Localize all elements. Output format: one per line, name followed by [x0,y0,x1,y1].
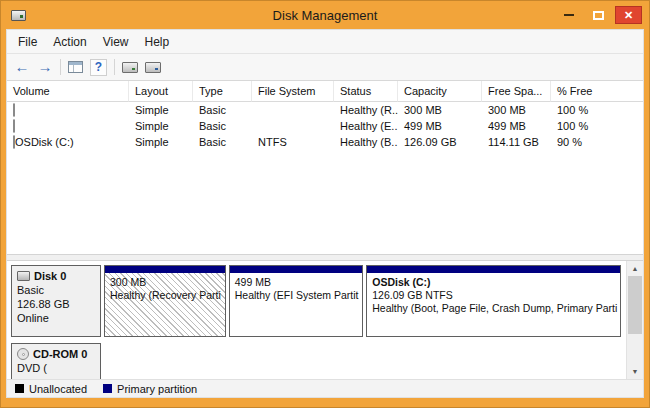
layout-cell: Simple [129,102,193,118]
partition-size: 126.09 GB NTFS [372,289,615,302]
graphical-view-icon[interactable] [145,62,161,73]
volume-row-efi[interactable]: Simple Basic Healthy (E... 499 MB 499 MB… [7,118,643,134]
disk-led-icon [155,68,158,70]
menu-file[interactable]: File [10,32,45,52]
menu-help[interactable]: Help [137,32,178,52]
type-cell: Basic [193,102,252,118]
scroll-up-icon[interactable]: ▲ [627,261,643,276]
disk-0-partitions: 300 MB Healthy (Recovery Parti 499 MB He… [101,265,621,337]
partition-size: 300 MB [110,276,220,289]
disk-0-header[interactable]: Disk 0 Basic 126.88 GB Online [11,265,101,337]
hdd-icon [17,271,30,281]
column-header-status[interactable]: Status [334,81,398,102]
column-header-capacity[interactable]: Capacity [398,81,482,102]
menu-view[interactable]: View [95,32,137,52]
partition-osdisk[interactable]: OSDisk (C:) 126.09 GB NTFS Healthy (Boot… [366,265,621,337]
volume-row-osdisk[interactable]: OSDisk (C:) Simple Basic NTFS Healthy (B… [7,134,643,150]
vertical-scrollbar[interactable]: ▲ ▼ [626,261,643,379]
unallocated-swatch [15,384,24,393]
maximize-icon [593,11,604,20]
legend-label: Unallocated [29,383,87,395]
menubar: File Action View Help [7,30,643,54]
toolbar-separator [114,59,115,75]
column-header-type[interactable]: Type [193,81,252,102]
column-header-layout[interactable]: Layout [129,81,193,102]
primary-partition-strip [367,266,620,273]
console-tree-pane [73,65,74,72]
minimize-button[interactable] [555,6,582,24]
status-cell: Healthy (R... [334,102,398,118]
scroll-down-icon[interactable]: ▼ [627,364,643,379]
file-system-cell [252,102,334,118]
layout-cell: Simple [129,118,193,134]
column-header-file-system[interactable]: File System [252,81,334,102]
column-header-free-space[interactable]: Free Spa... [482,81,551,102]
partition-status: Healthy (Boot, Page File, Crash Dump, Pr… [372,302,615,315]
cdrom-0-header[interactable]: CD-ROM 0 DVD ( [11,343,101,379]
scrollbar-thumb[interactable] [628,276,642,334]
disk-management-window: Disk Management ✕ File Action View Help … [0,0,650,408]
cd-icon [17,348,29,360]
back-icon[interactable]: ← [14,60,30,74]
close-button[interactable]: ✕ [615,6,642,24]
drive-led-icon [20,15,23,18]
disk-led-icon [132,68,135,70]
partition-status: Healthy (EFI System Partit [235,289,357,302]
console-tree-icon[interactable] [68,61,83,73]
disk-type: Basic [17,283,95,297]
percent-free-cell: 100 % [551,102,643,118]
minimize-icon [564,14,574,16]
partition-size: 499 MB [235,276,357,289]
primary-partition-strip [105,266,225,273]
maximize-button[interactable] [585,6,612,24]
legend-label: Primary partition [117,383,197,395]
window-icon[interactable] [11,10,26,21]
volume-list-pane: Volume Layout Type File System Status Ca… [7,81,643,254]
toolbar: ← → ? [7,54,643,81]
free-space-cell: 499 MB [482,118,551,134]
graphical-view-pane: Disk 0 Basic 126.88 GB Online 300 MB Hea… [7,261,643,379]
status-cell: Healthy (B... [334,134,398,150]
volume-drive-icon [13,103,15,117]
disk-type: DVD ( [17,361,95,375]
menu-action[interactable]: Action [45,32,94,52]
column-header-volume[interactable]: Volume [7,81,129,102]
type-cell: Basic [193,118,252,134]
partition-recovery[interactable]: 300 MB Healthy (Recovery Parti [104,265,226,337]
file-system-cell [252,118,334,134]
volume-drive-icon [13,119,15,133]
cd-hole [22,353,25,356]
disk-0-row: Disk 0 Basic 126.88 GB Online 300 MB Hea… [11,265,621,337]
legend-bar: Unallocated Primary partition [7,379,643,397]
cdrom-0-row: CD-ROM 0 DVD ( [11,343,621,379]
percent-free-cell: 90 % [551,134,643,150]
legend-item-primary-partition: Primary partition [103,383,197,395]
volume-row-recovery[interactable]: Simple Basic Healthy (R... 300 MB 300 MB… [7,102,643,118]
layout-cell: Simple [129,134,193,150]
window-title: Disk Management [1,8,649,23]
disk-name: CD-ROM 0 [33,347,87,361]
free-space-cell: 114.11 GB [482,134,551,150]
partition-efi[interactable]: 499 MB Healthy (EFI System Partit [229,265,363,337]
legend-item-unallocated: Unallocated [15,383,87,395]
free-space-cell: 300 MB [482,102,551,118]
primary-partition-strip [230,266,362,273]
primary-partition-swatch [103,384,112,393]
partition-name: OSDisk (C:) [372,276,615,289]
disk-name: Disk 0 [34,269,66,283]
volume-name-text: OSDisk (C:) [15,136,74,148]
pane-splitter[interactable] [7,254,643,261]
percent-free-cell: 100 % [551,118,643,134]
capacity-cell: 499 MB [398,118,482,134]
volume-name-cell: OSDisk (C:) [7,134,129,150]
window-content: File Action View Help ← → ? Volume Layou… [6,29,644,398]
capacity-cell: 300 MB [398,102,482,118]
console-tree-titlebar [69,62,82,65]
disk-list-icon[interactable] [122,62,138,73]
type-cell: Basic [193,134,252,150]
help-icon[interactable]: ? [90,59,107,76]
column-header-percent-free[interactable]: % Free [551,81,643,102]
forward-icon[interactable]: → [37,60,53,74]
titlebar[interactable]: Disk Management ✕ [1,1,649,29]
disk-status: Online [17,311,95,325]
